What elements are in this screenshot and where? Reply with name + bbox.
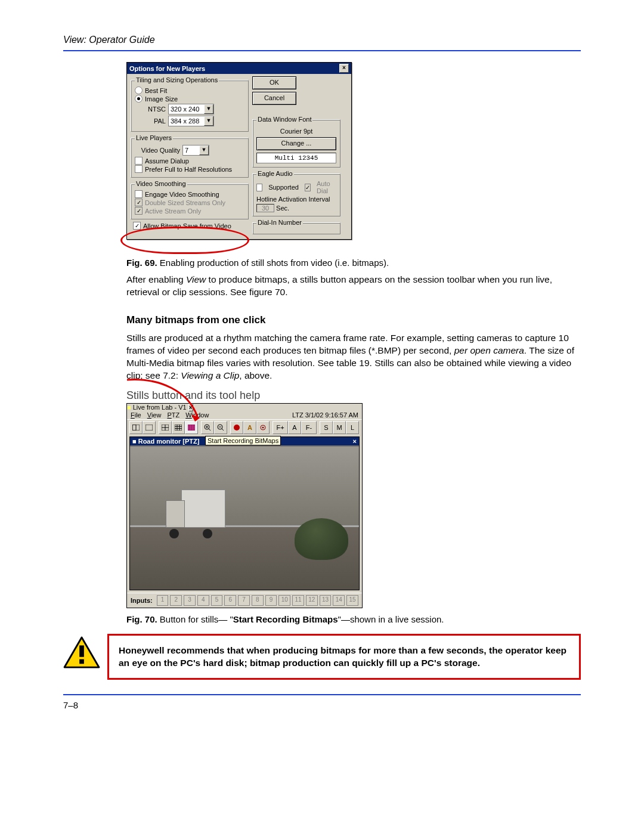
ok-button[interactable]: OK xyxy=(252,76,296,89)
input-6[interactable]: 6 xyxy=(224,595,236,606)
section-heading: Many bitmaps from one click xyxy=(126,314,581,326)
input-9[interactable]: 9 xyxy=(265,595,277,606)
warning-box: Honeywell recommends that when producing… xyxy=(107,634,581,680)
dialog-titlebar: Options for New Players × xyxy=(127,63,351,74)
font-preview: Multi 12345 xyxy=(256,153,336,163)
m-button[interactable]: M xyxy=(333,421,346,434)
label-double: Double Sized Streams Only xyxy=(145,199,225,206)
p1a: After enabling xyxy=(126,274,186,284)
menu-view[interactable]: View xyxy=(147,411,162,419)
radio-imagesize[interactable] xyxy=(135,95,143,103)
group-font: Data Window Font Courier 9pt Change ... … xyxy=(252,116,340,168)
paragraph-2: Stills are produced at a rhythm matching… xyxy=(126,332,581,382)
cancel-button[interactable]: Cancel xyxy=(252,92,296,105)
group-smoothing: Video Smoothing Engage Video Smoothing D… xyxy=(131,180,249,219)
check-fullhalf[interactable] xyxy=(135,165,143,173)
radio-bestfit[interactable] xyxy=(135,86,143,94)
rule-bottom xyxy=(63,694,581,695)
close-icon[interactable]: × xyxy=(339,64,349,73)
input-1[interactable]: 1 xyxy=(157,595,169,606)
legend-live: Live Players xyxy=(135,134,173,141)
fig70-text-c: "—shown in a live session. xyxy=(338,614,444,624)
live-titlebar: ■ Live from Lab - V1 × xyxy=(127,404,362,411)
legend-smoothing: Video Smoothing xyxy=(135,180,187,187)
check-active xyxy=(135,207,143,215)
group-dialin: Dial-In Number xyxy=(252,219,340,234)
grid4-icon[interactable] xyxy=(159,421,172,434)
input-8[interactable]: 8 xyxy=(252,595,264,606)
combo-quality[interactable]: 7 ▼ xyxy=(182,145,209,156)
input-5[interactable]: 5 xyxy=(211,595,223,606)
font-name: Courier 9pt xyxy=(256,128,336,135)
input-3[interactable]: 3 xyxy=(184,595,196,606)
toolbar: A F+ A F- S M L xyxy=(127,419,362,435)
input-15[interactable]: 15 xyxy=(346,595,358,606)
legend-font: Data Window Font xyxy=(256,116,312,123)
fplus-button[interactable]: F+ xyxy=(273,421,288,434)
input-11[interactable]: 11 xyxy=(292,595,304,606)
check-engage[interactable] xyxy=(135,190,143,198)
menu-window[interactable]: Window xyxy=(185,411,209,419)
group-live: Live Players Video Quality 7 ▼ Assume Di… xyxy=(131,134,249,178)
layout2-icon[interactable] xyxy=(143,421,156,434)
grid9-icon[interactable] xyxy=(172,421,185,434)
tooltip-bitmap: Start Recording BitMaps xyxy=(205,436,281,445)
input-12[interactable]: 12 xyxy=(306,595,318,606)
record-bitmap-icon[interactable] xyxy=(230,421,243,434)
combo-pal[interactable]: 384 x 288 ▼ xyxy=(168,116,214,126)
check-supported[interactable] xyxy=(256,184,262,191)
fig70-label: Fig. 70. xyxy=(126,614,157,624)
input-4[interactable]: 4 xyxy=(197,595,209,606)
input-10[interactable]: 10 xyxy=(278,595,290,606)
chevron-down-icon[interactable]: ▼ xyxy=(204,116,213,126)
rule-top xyxy=(63,50,581,51)
video-title: Road monitor [PTZ] xyxy=(138,438,200,445)
change-font-button[interactable]: Change ... xyxy=(256,137,336,150)
layout1-icon[interactable] xyxy=(129,421,143,434)
video-area: ■ Road monitor [PTZ] × Start Recording B… xyxy=(129,436,360,590)
group-tiling: Tiling and Sizing Operations Best Fit Im… xyxy=(131,76,249,132)
truck-icon xyxy=(163,487,229,541)
combo-quality-value: 7 xyxy=(185,147,199,154)
camera-still xyxy=(130,447,359,590)
zoom-out-icon[interactable] xyxy=(214,421,227,434)
hotline-interval: 30 xyxy=(256,204,274,212)
tool-a-icon[interactable]: A xyxy=(243,421,256,434)
chevron-down-icon[interactable]: ▼ xyxy=(199,145,209,155)
input-13[interactable]: 13 xyxy=(320,595,332,606)
dialog-title: Options for New Players xyxy=(129,65,205,72)
legend-eagle: Eagle Audio xyxy=(256,170,294,177)
svg-rect-26 xyxy=(79,645,84,657)
combo-ntsc[interactable]: 320 x 240 ▼ xyxy=(168,104,214,114)
grid16-icon[interactable] xyxy=(185,421,198,434)
zoom-in-icon[interactable] xyxy=(201,421,214,434)
chevron-down-icon[interactable]: ▼ xyxy=(204,104,213,114)
check-double xyxy=(135,199,143,206)
svg-point-22 xyxy=(234,425,240,431)
close-icon[interactable]: × xyxy=(353,438,357,445)
fminus-button[interactable]: F- xyxy=(301,421,317,434)
svg-line-20 xyxy=(222,429,224,431)
input-7[interactable]: 7 xyxy=(238,595,250,606)
input-14[interactable]: 14 xyxy=(333,595,345,606)
fig69-text: Enabling production of still shots from … xyxy=(157,258,389,268)
a-button[interactable]: A xyxy=(288,421,301,434)
combo-pal-value: 384 x 288 xyxy=(171,117,204,125)
close-icon[interactable]: × xyxy=(188,404,193,411)
legend-dialin: Dial-In Number xyxy=(256,219,303,226)
fig70-text-b: Start Recording Bitmaps xyxy=(233,614,338,624)
stills-label-text: Stills button and its tool help xyxy=(126,389,260,401)
options-dialog: Options for New Players × Tiling and Siz… xyxy=(126,62,352,240)
check-allow-bitmap[interactable] xyxy=(133,222,141,230)
l-button[interactable]: L xyxy=(346,421,359,434)
menu-file[interactable]: File xyxy=(131,411,141,419)
gear-icon[interactable] xyxy=(256,421,270,434)
check-dialup[interactable] xyxy=(135,157,143,165)
inputs-bar: Inputs: 1 2 3 4 5 6 7 8 9 10 11 12 13 14… xyxy=(127,593,362,608)
stills-annotation-label: Stills button and its tool help xyxy=(126,389,581,402)
menu-ptz[interactable]: PTZ xyxy=(167,411,179,419)
s-button[interactable]: S xyxy=(320,421,333,434)
p1b: View xyxy=(186,274,206,284)
label-bestfit: Best Fit xyxy=(145,87,167,94)
input-2[interactable]: 2 xyxy=(170,595,182,606)
